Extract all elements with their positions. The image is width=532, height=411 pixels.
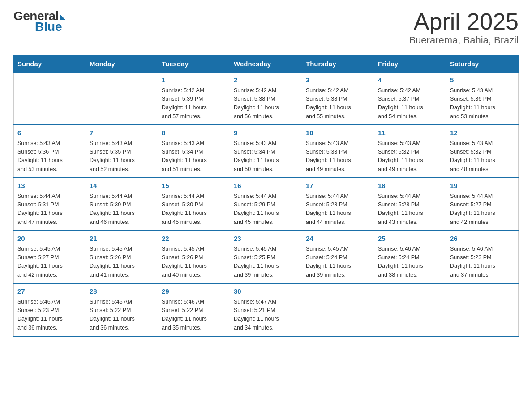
logo-arrow-icon	[60, 14, 66, 20]
day-number: 22	[162, 234, 226, 244]
day-info: Sunrise: 5:44 AM Sunset: 5:28 PM Dayligh…	[306, 192, 370, 227]
day-info: Sunrise: 5:43 AM Sunset: 5:35 PM Dayligh…	[90, 139, 154, 174]
calendar-cell: 11Sunrise: 5:43 AM Sunset: 5:32 PM Dayli…	[374, 125, 446, 178]
day-info: Sunrise: 5:46 AM Sunset: 5:24 PM Dayligh…	[378, 245, 442, 280]
calendar-week-1: 1Sunrise: 5:42 AM Sunset: 5:39 PM Daylig…	[14, 73, 519, 125]
day-number: 9	[234, 128, 298, 138]
day-info: Sunrise: 5:45 AM Sunset: 5:26 PM Dayligh…	[162, 245, 226, 280]
day-number: 25	[378, 234, 442, 244]
calendar-cell: 13Sunrise: 5:44 AM Sunset: 5:31 PM Dayli…	[14, 178, 86, 231]
day-number: 4	[378, 75, 442, 86]
calendar-header-wednesday: Wednesday	[230, 56, 302, 73]
day-number: 28	[90, 287, 154, 297]
calendar-table: SundayMondayTuesdayWednesdayThursdayFrid…	[13, 55, 519, 337]
calendar-header-tuesday: Tuesday	[158, 56, 230, 73]
day-info: Sunrise: 5:44 AM Sunset: 5:30 PM Dayligh…	[162, 192, 226, 227]
calendar-cell: 25Sunrise: 5:46 AM Sunset: 5:24 PM Dayli…	[374, 231, 446, 283]
day-info: Sunrise: 5:46 AM Sunset: 5:22 PM Dayligh…	[162, 298, 226, 333]
day-info: Sunrise: 5:43 AM Sunset: 5:36 PM Dayligh…	[17, 139, 82, 174]
calendar-body: 1Sunrise: 5:42 AM Sunset: 5:39 PM Daylig…	[14, 73, 519, 337]
day-number: 21	[90, 234, 154, 244]
day-info: Sunrise: 5:45 AM Sunset: 5:24 PM Dayligh…	[306, 245, 370, 280]
calendar-week-3: 13Sunrise: 5:44 AM Sunset: 5:31 PM Dayli…	[14, 178, 519, 231]
day-number: 7	[90, 128, 154, 138]
day-number: 17	[306, 181, 370, 191]
day-number: 18	[378, 181, 442, 191]
day-number: 11	[378, 128, 442, 138]
day-info: Sunrise: 5:43 AM Sunset: 5:34 PM Dayligh…	[234, 139, 298, 174]
calendar-cell: 3Sunrise: 5:42 AM Sunset: 5:38 PM Daylig…	[302, 73, 374, 125]
calendar-cell: 9Sunrise: 5:43 AM Sunset: 5:34 PM Daylig…	[230, 125, 302, 178]
calendar-cell: 24Sunrise: 5:45 AM Sunset: 5:24 PM Dayli…	[302, 231, 374, 283]
day-info: Sunrise: 5:47 AM Sunset: 5:21 PM Dayligh…	[234, 298, 298, 333]
day-number: 15	[162, 181, 226, 191]
day-number: 10	[306, 128, 370, 138]
calendar-header-monday: Monday	[86, 56, 158, 73]
day-info: Sunrise: 5:44 AM Sunset: 5:27 PM Dayligh…	[450, 192, 515, 227]
day-number: 3	[306, 75, 370, 86]
calendar-cell: 8Sunrise: 5:43 AM Sunset: 5:34 PM Daylig…	[158, 125, 230, 178]
calendar-cell	[446, 283, 519, 336]
day-number: 19	[450, 181, 515, 191]
day-number: 13	[17, 181, 82, 191]
day-info: Sunrise: 5:44 AM Sunset: 5:30 PM Dayligh…	[90, 192, 154, 227]
calendar-week-2: 6Sunrise: 5:43 AM Sunset: 5:36 PM Daylig…	[14, 125, 519, 178]
day-number: 16	[234, 181, 298, 191]
day-info: Sunrise: 5:43 AM Sunset: 5:32 PM Dayligh…	[450, 139, 515, 174]
day-number: 1	[162, 75, 226, 86]
day-info: Sunrise: 5:45 AM Sunset: 5:27 PM Dayligh…	[17, 245, 82, 280]
day-info: Sunrise: 5:45 AM Sunset: 5:26 PM Dayligh…	[90, 245, 154, 280]
calendar-cell: 5Sunrise: 5:43 AM Sunset: 5:36 PM Daylig…	[446, 73, 519, 125]
calendar-cell: 7Sunrise: 5:43 AM Sunset: 5:35 PM Daylig…	[86, 125, 158, 178]
day-info: Sunrise: 5:42 AM Sunset: 5:37 PM Dayligh…	[378, 86, 442, 121]
calendar-week-5: 27Sunrise: 5:46 AM Sunset: 5:23 PM Dayli…	[14, 283, 519, 336]
day-info: Sunrise: 5:43 AM Sunset: 5:33 PM Dayligh…	[306, 139, 370, 174]
calendar-cell	[86, 73, 158, 125]
calendar-cell: 6Sunrise: 5:43 AM Sunset: 5:36 PM Daylig…	[14, 125, 86, 178]
day-number: 27	[17, 287, 82, 297]
calendar-cell: 30Sunrise: 5:47 AM Sunset: 5:21 PM Dayli…	[230, 283, 302, 336]
day-info: Sunrise: 5:46 AM Sunset: 5:23 PM Dayligh…	[17, 298, 82, 333]
logo-blue-text: Blue	[35, 20, 62, 34]
day-info: Sunrise: 5:42 AM Sunset: 5:39 PM Dayligh…	[162, 86, 226, 121]
calendar-cell: 19Sunrise: 5:44 AM Sunset: 5:27 PM Dayli…	[446, 178, 519, 231]
calendar-cell: 29Sunrise: 5:46 AM Sunset: 5:22 PM Dayli…	[158, 283, 230, 336]
calendar-header-saturday: Saturday	[446, 56, 519, 73]
calendar-header-friday: Friday	[374, 56, 446, 73]
day-number: 8	[162, 128, 226, 138]
day-number: 30	[234, 287, 298, 297]
day-info: Sunrise: 5:44 AM Sunset: 5:31 PM Dayligh…	[17, 192, 82, 227]
calendar-cell: 26Sunrise: 5:46 AM Sunset: 5:23 PM Dayli…	[446, 231, 519, 283]
calendar-cell: 16Sunrise: 5:44 AM Sunset: 5:29 PM Dayli…	[230, 178, 302, 231]
month-title: April 2025	[409, 9, 519, 34]
day-info: Sunrise: 5:43 AM Sunset: 5:34 PM Dayligh…	[162, 139, 226, 174]
calendar-cell: 12Sunrise: 5:43 AM Sunset: 5:32 PM Dayli…	[446, 125, 519, 178]
calendar-cell: 21Sunrise: 5:45 AM Sunset: 5:26 PM Dayli…	[86, 231, 158, 283]
calendar-header-sunday: Sunday	[14, 56, 86, 73]
day-info: Sunrise: 5:46 AM Sunset: 5:23 PM Dayligh…	[450, 245, 515, 280]
calendar-week-4: 20Sunrise: 5:45 AM Sunset: 5:27 PM Dayli…	[14, 231, 519, 283]
calendar-cell	[302, 283, 374, 336]
calendar-cell: 1Sunrise: 5:42 AM Sunset: 5:39 PM Daylig…	[158, 73, 230, 125]
day-number: 6	[17, 128, 82, 138]
calendar-header-thursday: Thursday	[302, 56, 374, 73]
logo: General Blue	[13, 9, 66, 34]
location-title: Buerarema, Bahia, Brazil	[409, 34, 519, 46]
day-info: Sunrise: 5:44 AM Sunset: 5:29 PM Dayligh…	[234, 192, 298, 227]
day-info: Sunrise: 5:42 AM Sunset: 5:38 PM Dayligh…	[306, 86, 370, 121]
calendar-cell: 20Sunrise: 5:45 AM Sunset: 5:27 PM Dayli…	[14, 231, 86, 283]
calendar-cell: 17Sunrise: 5:44 AM Sunset: 5:28 PM Dayli…	[302, 178, 374, 231]
calendar-cell: 23Sunrise: 5:45 AM Sunset: 5:25 PM Dayli…	[230, 231, 302, 283]
day-number: 12	[450, 128, 515, 138]
calendar-cell: 14Sunrise: 5:44 AM Sunset: 5:30 PM Dayli…	[86, 178, 158, 231]
calendar-cell	[374, 283, 446, 336]
day-number: 2	[234, 75, 298, 86]
calendar-header-row: SundayMondayTuesdayWednesdayThursdayFrid…	[14, 56, 519, 73]
day-info: Sunrise: 5:45 AM Sunset: 5:25 PM Dayligh…	[234, 245, 298, 280]
calendar-cell	[14, 73, 86, 125]
day-number: 24	[306, 234, 370, 244]
calendar-cell: 10Sunrise: 5:43 AM Sunset: 5:33 PM Dayli…	[302, 125, 374, 178]
day-number: 5	[450, 75, 515, 86]
day-number: 26	[450, 234, 515, 244]
calendar-cell: 2Sunrise: 5:42 AM Sunset: 5:38 PM Daylig…	[230, 73, 302, 125]
